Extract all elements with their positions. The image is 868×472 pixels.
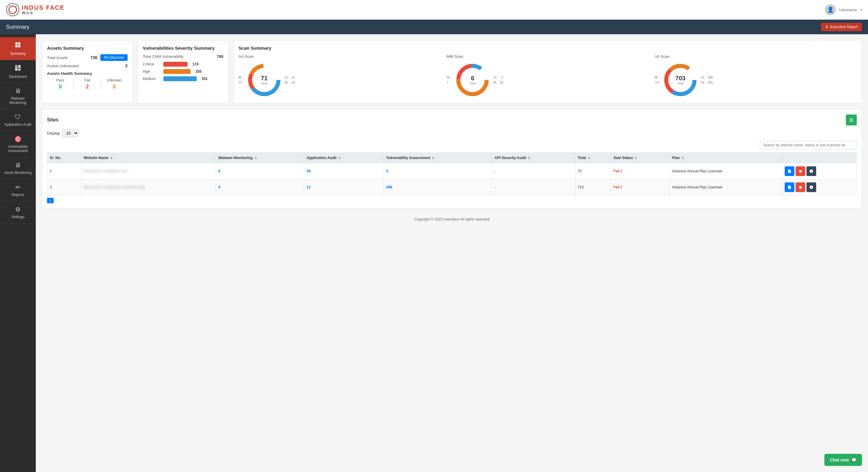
- logo-brand: INDUS FACE: [22, 4, 65, 11]
- row2-seal-status: Fail: [613, 185, 620, 189]
- sidebar-label-app-audit: Application Audit: [4, 122, 32, 127]
- aa-legend-left: M... 49: [239, 76, 244, 84]
- aa-donut-center: 71 Total: [261, 75, 268, 85]
- sort-icon-seal[interactable]: ⇅: [634, 156, 637, 160]
- sort-icon-total[interactable]: ⇅: [588, 156, 590, 160]
- sidebar-item-vuln[interactable]: 🎯 Vulnerability Assessment: [0, 131, 36, 158]
- aa-total-num: 71: [261, 75, 268, 82]
- medium-bar: [163, 76, 197, 81]
- row1-delete-btn[interactable]: [796, 166, 805, 176]
- row2-website: blurred-url-2.indusface.com/index.php: [81, 179, 216, 195]
- report-icon: [787, 169, 792, 173]
- row2-plan: Advance Annual Plan Licensed: [670, 179, 782, 195]
- mm-total-label: Total: [469, 82, 476, 85]
- va-m-val: 302: [655, 81, 660, 84]
- exec-report-button[interactable]: ⬇ Executive Report: [821, 23, 862, 31]
- report-icon-2: [787, 185, 792, 189]
- user-area: 👤 Username ▾: [825, 4, 862, 15]
- va-hi-val: 241: [708, 81, 713, 84]
- aa-cr-label: Cr...: [285, 76, 290, 79]
- assets-summary-card: Assets Summary Total Assets 736 Re-Disco…: [42, 40, 133, 103]
- critical-row: Critical 174: [143, 62, 223, 67]
- col-malware: Malware Monitoring ⇅: [216, 153, 304, 163]
- row2-settings-btn[interactable]: [806, 182, 816, 192]
- high-value: 255: [195, 69, 202, 74]
- fail-value: 2: [74, 84, 101, 90]
- row1-seal: Fail ℹ: [611, 163, 669, 179]
- row1-settings-btn[interactable]: [806, 166, 816, 176]
- aa-m-label: M...: [239, 76, 244, 79]
- sidebar-item-dashboard[interactable]: Dashboard: [0, 60, 36, 83]
- search-input[interactable]: [760, 141, 857, 149]
- row2-vuln: 698: [384, 179, 492, 195]
- row2-report-btn[interactable]: [785, 182, 794, 192]
- va-cr-val: 160: [708, 76, 713, 79]
- row2-url: blurred-url-2.indusface.com/index.php: [84, 185, 145, 189]
- logo-icon: [6, 3, 20, 17]
- sidebar-label-malware: Malware Monitoring: [2, 96, 33, 105]
- sort-icon-api[interactable]: ⇅: [528, 156, 530, 160]
- sort-icon-vuln[interactable]: ⇅: [432, 156, 434, 160]
- assets-onboarded-value: 2: [125, 63, 128, 68]
- col-website: Website Name ⇅: [81, 153, 216, 163]
- row1-action-btns: [785, 166, 854, 176]
- sidebar-label-vuln: Vulnerability Assessment: [2, 145, 33, 153]
- high-row: High 255: [143, 69, 223, 74]
- high-bar: [163, 69, 191, 74]
- chevron-down-icon[interactable]: ▾: [860, 8, 862, 12]
- sort-icon-plan[interactable]: ⇅: [681, 156, 684, 160]
- sites-title: Sites: [47, 117, 59, 123]
- aa-total-label: Total: [261, 82, 268, 85]
- sort-icon-website[interactable]: ⇅: [110, 156, 113, 160]
- medium-value: 351: [202, 77, 208, 81]
- svg-rect-0: [16, 42, 18, 44]
- health-summary: Assets Health Summary Pass 0 Fail 2: [47, 71, 128, 90]
- add-sites-button[interactable]: [846, 115, 857, 125]
- top-header: INDUS FACE WAS 👤 Username ▾: [0, 0, 868, 20]
- row2-total: 710: [575, 179, 611, 195]
- col-actions: [782, 153, 857, 163]
- sidebar-label-settings: Settings: [11, 215, 24, 219]
- vuln-total-value: 780: [217, 54, 223, 59]
- pass-value: 0: [47, 84, 74, 90]
- svg-rect-19: [849, 120, 853, 121]
- copyright: Copyright © 2023 Indusface All rights re…: [414, 217, 490, 221]
- sidebar-item-settings[interactable]: ⚙ Settings: [0, 201, 36, 224]
- row2-malware: 0: [216, 179, 304, 195]
- sort-icon-app-audit[interactable]: ⇅: [338, 156, 341, 160]
- page-btn-1[interactable]: 1: [47, 198, 54, 203]
- logo-area: INDUS FACE WAS: [6, 3, 65, 17]
- footer: Copyright © 2023 Indusface All rights re…: [42, 213, 862, 225]
- row1-report-btn[interactable]: [785, 166, 794, 176]
- sidebar-item-malware[interactable]: 🖥 Malware Monitoring: [0, 83, 36, 109]
- sidebar-item-app-audit[interactable]: 🛡 Application Audit: [0, 109, 36, 131]
- sidebar-item-summary[interactable]: Summary: [0, 37, 36, 60]
- va-total-label: Total: [675, 82, 685, 85]
- critical-label: Critical: [143, 62, 161, 66]
- aa-scan-label: AA Scan: [239, 54, 441, 59]
- vuln-severity-title: Vulnerabilities Severity Summary: [143, 45, 223, 51]
- svg-rect-18: [849, 119, 853, 120]
- sidebar-item-reports[interactable]: ✏ Reports: [0, 179, 36, 201]
- svg-rect-6: [15, 67, 18, 71]
- page-title-bar: Summary ⬇ Executive Report: [0, 20, 868, 34]
- rediscover-button[interactable]: Re-Discover: [100, 54, 128, 61]
- sites-table: Sr. No. Website Name ⇅ Malware Monitorin…: [47, 152, 857, 195]
- download-icon: ⬇: [825, 25, 828, 29]
- main-content: Assets Summary Total Assets 736 Re-Disco…: [36, 34, 868, 231]
- mm-hi2-val: 10: [500, 81, 503, 84]
- vuln-icon: 🎯: [14, 135, 22, 143]
- svg-rect-7: [18, 69, 21, 71]
- medium-label: Medium: [143, 77, 161, 81]
- sidebar-item-asset[interactable]: 🖥 Asset Monitoring: [0, 158, 36, 179]
- search-row: [47, 141, 857, 149]
- total-assets-value: 736: [90, 55, 97, 60]
- mm-lo-val: 4: [447, 81, 448, 84]
- display-select[interactable]: 10 25 50: [62, 129, 79, 137]
- sort-icon-malware[interactable]: ⇅: [254, 156, 257, 160]
- aa-chart-area: M... 49 71: [239, 62, 441, 98]
- row2-delete-btn[interactable]: [796, 182, 805, 192]
- delete-icon-2: [798, 185, 803, 189]
- sidebar: Summary Dashboard 🖥 Malware Monitoring 🛡…: [0, 34, 36, 231]
- page-title: Summary: [6, 24, 29, 30]
